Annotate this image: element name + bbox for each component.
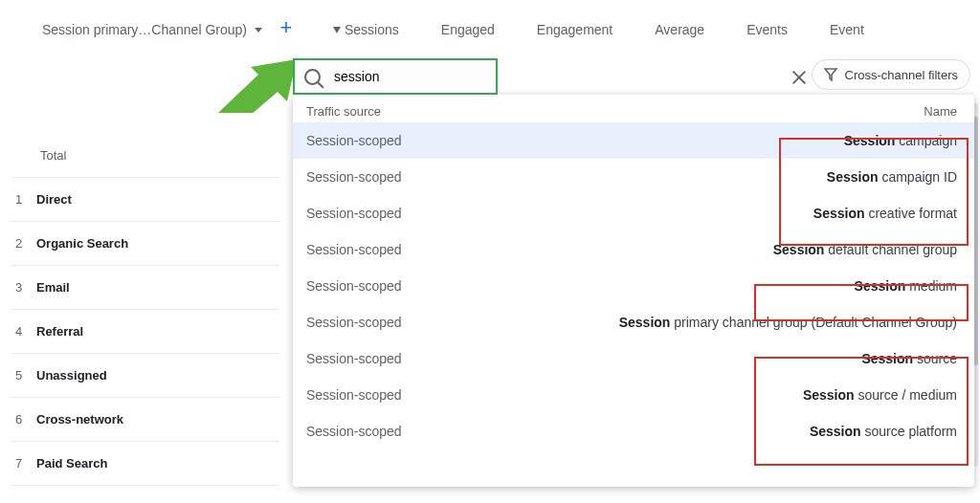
total-label: Total <box>40 148 66 163</box>
table-row[interactable]: 5 Unassigned <box>11 354 279 398</box>
sort-down-icon <box>333 27 341 33</box>
filter-icon <box>824 68 837 81</box>
channel-table: Total 1 Direct 2 Organic Search 3 Email … <box>11 134 279 486</box>
dimension-option[interactable]: Session-scoped Session primary channel g… <box>293 304 974 340</box>
table-row[interactable]: 2 Organic Search <box>11 222 279 266</box>
dimension-option[interactable]: Session-scoped Session medium <box>293 268 974 304</box>
table-row[interactable]: 1 Direct <box>11 178 279 222</box>
close-panel-button[interactable] <box>791 69 808 86</box>
add-dimension-button[interactable]: + <box>274 17 299 42</box>
dimension-option[interactable]: Session-scoped Session source <box>293 340 974 377</box>
table-row[interactable]: 7 Paid Search <box>11 442 279 486</box>
filter-pill-label: Cross-channel filters <box>845 68 959 82</box>
header-row: Session primary…Channel Group) + Session… <box>0 0 980 55</box>
panel-header: Traffic source Name <box>293 95 974 122</box>
table-row[interactable]: 3 Email <box>11 266 279 310</box>
dimension-option[interactable]: Session-scoped Session creative format <box>293 195 974 231</box>
dimension-option[interactable]: Session-scoped Session campaign <box>293 122 974 159</box>
annotation-arrow-icon <box>218 59 297 113</box>
metric-sessions[interactable]: Sessions <box>333 22 399 37</box>
dimension-picker-panel: Traffic source Name Session-scoped Sessi… <box>293 95 974 487</box>
dimension-option[interactable]: Session-scoped Session campaign ID <box>293 159 974 195</box>
dimension-option[interactable]: Session-scoped Session source / medium <box>293 377 974 413</box>
metric-headers: Sessions Engaged Engagement Average Even… <box>333 22 864 37</box>
metric-engagement[interactable]: Engagement <box>537 22 612 37</box>
total-row: Total <box>11 134 279 178</box>
cross-channel-filters-button[interactable]: Cross-channel filters <box>812 59 971 90</box>
search-icon <box>304 69 321 85</box>
metric-engaged[interactable]: Engaged <box>441 22 495 37</box>
table-row[interactable]: 4 Referral <box>11 310 279 354</box>
svg-marker-1 <box>825 69 836 80</box>
dimension-option[interactable]: Session-scoped Session source platform <box>293 413 974 449</box>
chevron-down-icon <box>255 28 262 33</box>
metric-event-truncated[interactable]: Event <box>830 22 864 37</box>
primary-dimension-dropdown[interactable]: Session primary…Channel Group) <box>42 22 262 37</box>
primary-dimension-label: Session primary…Channel Group) <box>42 22 247 37</box>
table-row[interactable]: 6 Cross-network <box>11 398 279 442</box>
search-input[interactable] <box>334 69 468 84</box>
dimension-option[interactable]: Session-scoped Session default channel g… <box>293 231 974 268</box>
dimension-search-box[interactable] <box>293 58 498 95</box>
metric-events[interactable]: Events <box>746 22 788 37</box>
panel-col-name: Name <box>924 104 957 119</box>
svg-marker-0 <box>218 59 297 113</box>
metric-average[interactable]: Average <box>655 22 704 37</box>
panel-col-source: Traffic source <box>306 104 381 119</box>
